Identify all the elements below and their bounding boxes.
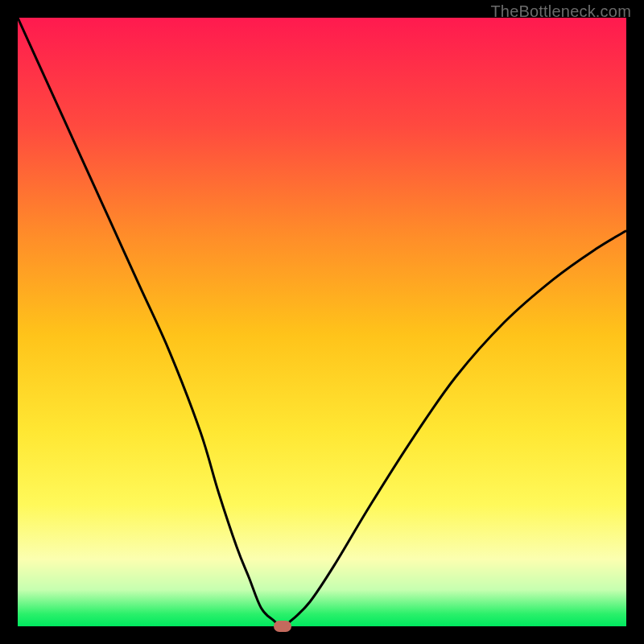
optimum-marker — [274, 621, 291, 632]
bottleneck-curve — [18, 18, 626, 626]
plot-area — [18, 18, 626, 626]
curve-path — [18, 18, 626, 626]
